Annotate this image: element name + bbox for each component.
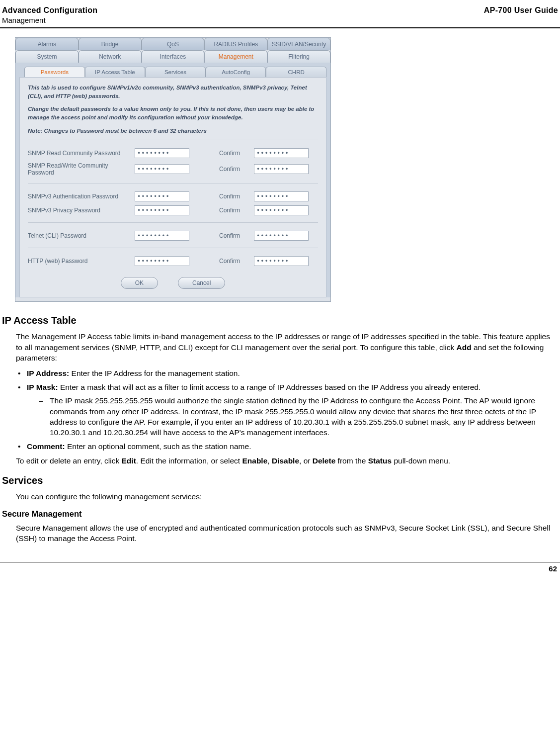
page-number: 62 (549, 564, 557, 573)
subtab-ip-access[interactable]: IP Access Table (85, 67, 146, 77)
password-input[interactable]: •••••••• (135, 231, 189, 241)
tab-qos[interactable]: QoS (142, 38, 205, 50)
panel-desc-3: Note: Changes to Password must be betwee… (28, 127, 318, 135)
field-row: SNMPv3 Privacy Password •••••••• Confirm… (28, 203, 318, 217)
field-group-2: SNMPv3 Authentication Password •••••••• … (28, 183, 318, 217)
confirm-input[interactable]: •••••••• (254, 164, 309, 174)
field-label: SNMPv3 Authentication Password (28, 193, 135, 200)
header-subtitle: Management (2, 16, 97, 24)
services-para: You can configure the following manageme… (16, 491, 558, 502)
password-input[interactable]: •••••••• (135, 191, 189, 201)
subtab-services[interactable]: Services (145, 67, 206, 77)
field-label: HTTP (web) Password (28, 258, 135, 265)
secure-mgmt-para: Secure Management allows the use of encr… (16, 523, 558, 544)
subtab-chrd[interactable]: CHRD (266, 67, 326, 77)
ip-mask-text: Enter a mask that will act as a filter t… (58, 383, 481, 391)
panel-desc-1: This tab is used to configure SNMPv1/v2c… (28, 84, 318, 100)
confirm-label: Confirm (219, 150, 254, 157)
sub-tab-row: Passwords IP Access Table Services AutoC… (15, 63, 330, 77)
delete-bold: Delete (313, 456, 336, 465)
confirm-label: Confirm (219, 258, 254, 265)
text: from the (335, 456, 368, 465)
ip-mask-dash: The IP mask 255.255.255.255 would author… (39, 395, 558, 438)
tab-radius[interactable]: RADIUS Profiles (204, 38, 267, 50)
services-heading: Services (2, 475, 558, 486)
primary-tab-row: Alarms Bridge QoS RADIUS Profiles SSID/V… (15, 38, 330, 50)
subtab-passwords[interactable]: Passwords (24, 67, 85, 77)
field-group-1: SNMP Read Community Password •••••••• Co… (28, 140, 318, 178)
ok-button[interactable]: OK (121, 277, 158, 289)
tab-management[interactable]: Management (204, 50, 267, 63)
confirm-input[interactable]: •••••••• (254, 231, 309, 241)
sub-panel-wrap: Passwords IP Access Table Services AutoC… (15, 63, 330, 297)
text: , or (299, 456, 313, 465)
field-row: Telnet (CLI) Password •••••••• Confirm •… (28, 229, 318, 243)
tab-system[interactable]: System (15, 50, 79, 63)
bullet-ip-mask: IP Mask: Enter a mask that will act as a… (16, 382, 558, 438)
ip-access-intro: The Management IP Access table limits in… (16, 331, 558, 363)
tab-bridge[interactable]: Bridge (79, 38, 142, 50)
comment-bold: Comment: (27, 442, 65, 451)
ip-access-heading: IP Access Table (2, 315, 558, 326)
field-group-3: Telnet (CLI) Password •••••••• Confirm •… (28, 222, 318, 243)
ip-address-bold: IP Address: (27, 369, 69, 377)
config-screenshot: Alarms Bridge QoS RADIUS Profiles SSID/V… (15, 37, 331, 302)
tab-alarms[interactable]: Alarms (15, 38, 79, 50)
field-row: HTTP (web) Password •••••••• Confirm •••… (28, 254, 318, 268)
tab-network[interactable]: Network (79, 50, 142, 63)
field-row: SNMP Read/Write Community Password •••••… (28, 160, 318, 178)
secure-mgmt-heading: Secure Management (2, 509, 558, 519)
header-left: Advanced Configuration Management (2, 6, 97, 24)
confirm-input[interactable]: •••••••• (254, 191, 309, 201)
ip-address-text: Enter the IP Address for the management … (69, 369, 240, 377)
text: , (267, 456, 272, 465)
password-input[interactable]: •••••••• (135, 205, 189, 215)
body-content: IP Access Table The Management IP Access… (0, 302, 560, 553)
field-label: Telnet (CLI) Password (28, 232, 135, 239)
subtab-autoconfig[interactable]: AutoConfig (206, 67, 266, 77)
edit-delete-para: To edit or delete an entry, click Edit. … (16, 456, 558, 466)
passwords-panel: This tab is used to configure SNMPv1/v2c… (19, 77, 326, 297)
enable-bold: Enable (242, 456, 267, 465)
ip-access-bullets: IP Address: Enter the IP Address for the… (16, 368, 558, 452)
password-input[interactable]: •••••••• (135, 164, 189, 174)
password-input[interactable]: •••••••• (135, 256, 189, 266)
tab-ssid[interactable]: SSID/VLAN/Security (267, 38, 330, 50)
tab-interfaces[interactable]: Interfaces (142, 50, 205, 63)
page-header: Advanced Configuration Management AP-700… (0, 0, 560, 28)
comment-text: Enter an optional comment, such as the s… (65, 442, 251, 451)
confirm-label: Confirm (219, 166, 254, 173)
bullet-ip-address: IP Address: Enter the IP Address for the… (16, 368, 558, 378)
ip-mask-sublist: The IP mask 255.255.255.255 would author… (39, 395, 558, 438)
field-row: SNMP Read Community Password •••••••• Co… (28, 146, 318, 160)
confirm-label: Confirm (219, 232, 254, 239)
confirm-label: Confirm (219, 193, 254, 200)
button-row: OK Cancel (28, 277, 318, 289)
text: To edit or delete an entry, click (16, 456, 122, 465)
add-bold: Add (457, 343, 472, 352)
tab-filtering[interactable]: Filtering (267, 50, 330, 63)
ip-mask-bold: IP Mask: (27, 383, 58, 391)
field-row: SNMPv3 Authentication Password •••••••• … (28, 189, 318, 203)
field-label: SNMP Read/Write Community Password (28, 162, 135, 176)
bullet-comment: Comment: Enter an optional comment, such… (16, 441, 558, 452)
confirm-label: Confirm (219, 207, 254, 214)
page-footer: 62 (0, 562, 560, 580)
field-label: SNMP Read Community Password (28, 150, 135, 157)
confirm-input[interactable]: •••••••• (254, 205, 309, 215)
password-input[interactable]: •••••••• (135, 148, 189, 158)
field-group-4: HTTP (web) Password •••••••• Confirm •••… (28, 248, 318, 268)
confirm-input[interactable]: •••••••• (254, 256, 309, 266)
edit-bold: Edit (122, 456, 136, 465)
header-right: AP-700 User Guide (484, 6, 558, 15)
text: . Edit the information, or select (136, 456, 242, 465)
field-label: SNMPv3 Privacy Password (28, 207, 135, 214)
confirm-input[interactable]: •••••••• (254, 148, 309, 158)
status-bold: Status (368, 456, 392, 465)
cancel-button[interactable]: Cancel (178, 277, 225, 289)
text: pull-down menu. (392, 456, 450, 465)
header-title: Advanced Configuration (2, 6, 97, 15)
disable-bold: Disable (272, 456, 299, 465)
secondary-tab-row: System Network Interfaces Management Fil… (15, 50, 330, 63)
panel-desc-2: Change the default passwords to a value … (28, 105, 318, 121)
